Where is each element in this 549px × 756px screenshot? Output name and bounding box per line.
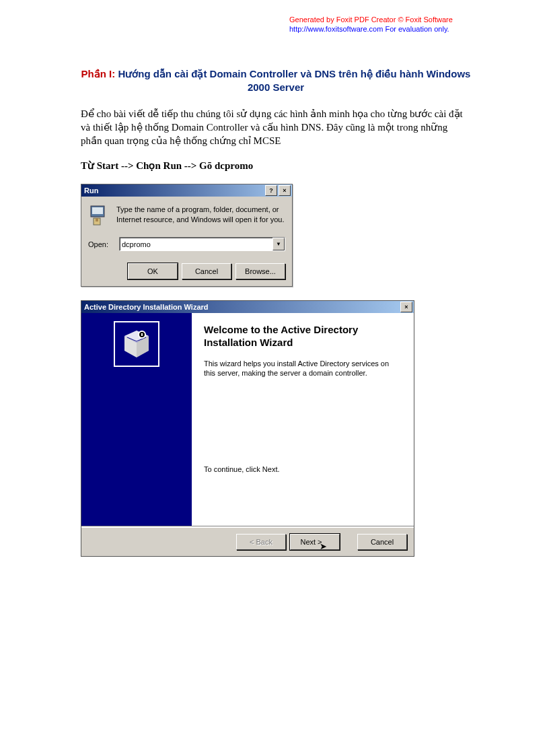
open-combobox[interactable]: ▼ — [119, 237, 285, 251]
open-dropdown-button[interactable]: ▼ — [272, 238, 285, 250]
wizard-footer: < Back Next >➤ Cancel — [81, 528, 414, 556]
wizard-continue-text: To continue, click Next. — [204, 465, 402, 473]
run-app-icon — [88, 205, 110, 226]
wizard-titlebar: Active Directory Installation Wizard × — [81, 301, 414, 313]
cancel-button[interactable]: Cancel — [182, 263, 231, 279]
pdf-header-url: http://www.foxitsoftware.com — [289, 25, 383, 33]
pdf-header-line2: http://www.foxitsoftware.com For evaluat… — [289, 24, 453, 34]
run-dialog: Run ? × Type the name of a program, fold… — [81, 184, 293, 287]
wizard-side-panel — [81, 313, 192, 526]
wizard-book-icon — [114, 321, 159, 367]
ok-button[interactable]: OK — [128, 263, 178, 279]
title-rest: Hướng dẫn cài đặt Domain Controller và D… — [115, 68, 470, 93]
ad-wizard-dialog: Active Directory Installation Wizard × — [81, 300, 414, 557]
pdf-header-line1: Generated by Foxit PDF Creator © Foxit S… — [289, 15, 453, 24]
wizard-main-panel: Welcome to the Active Directory Installa… — [192, 313, 414, 526]
wizard-title-text: Active Directory Installation Wizard — [84, 303, 209, 311]
run-description: Type the name of a program, folder, docu… — [116, 205, 285, 224]
chevron-down-icon: ▼ — [276, 241, 281, 247]
pdf-header-eval: For evaluation only. — [383, 25, 449, 33]
document-title: Phần I: Hướng dẫn cài đặt Domain Control… — [81, 67, 471, 95]
pdf-header: Generated by Foxit PDF Creator © Foxit S… — [289, 15, 453, 34]
open-label: Open: — [88, 240, 119, 248]
wizard-close-button[interactable]: × — [400, 302, 412, 312]
next-button[interactable]: Next >➤ — [290, 534, 340, 550]
browse-button[interactable]: Browse... — [235, 263, 285, 279]
wizard-heading: Welcome to the Active Directory Installa… — [204, 324, 402, 349]
run-titlebar: Run ? × — [81, 184, 292, 197]
svg-rect-1 — [92, 207, 103, 214]
svg-rect-8 — [141, 333, 143, 336]
run-body: Type the name of a program, folder, docu… — [81, 197, 292, 286]
back-button: < Back — [236, 534, 286, 550]
cursor-icon: ➤ — [320, 541, 327, 551]
title-part-label: Phần I: — [81, 68, 116, 79]
run-title-text: Run — [84, 186, 98, 195]
open-input[interactable] — [120, 238, 272, 250]
intro-paragraph: Để cho bài viết dễ tiếp thu chúng tôi sử… — [81, 107, 471, 148]
svg-rect-3 — [96, 218, 98, 221]
wizard-cancel-button[interactable]: Cancel — [357, 534, 407, 550]
wizard-description: This wizard helps you install Active Dir… — [204, 359, 402, 378]
close-button[interactable]: × — [279, 185, 291, 196]
help-button[interactable]: ? — [265, 185, 277, 196]
document-content: Phần I: Hướng dẫn cài đặt Domain Control… — [81, 67, 471, 557]
step-instruction: Từ Start --> Chọn Run --> Gõ dcpromo — [81, 160, 471, 172]
